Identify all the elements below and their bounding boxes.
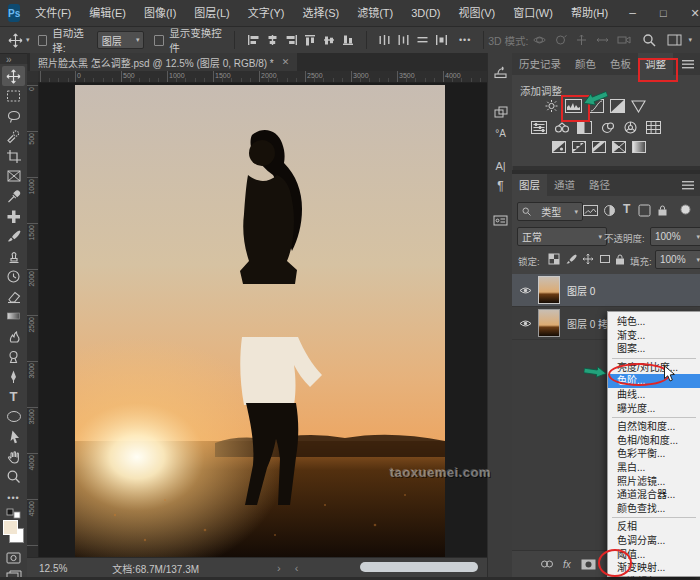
tab-close-icon[interactable]: ✕ — [282, 57, 290, 67]
menu-item-color-lookup[interactable]: 颜色查找... — [608, 502, 700, 516]
visibility-eye-icon[interactable] — [512, 319, 538, 328]
tool-lasso[interactable] — [0, 106, 27, 126]
lock-transparency-icon[interactable] — [548, 253, 560, 265]
menu-item-photo-filter[interactable]: 照片滤镜... — [608, 475, 700, 489]
tab-adjustments[interactable]: 调整 — [638, 53, 673, 75]
tool-type[interactable]: T — [0, 386, 27, 406]
distribute-center-icon[interactable] — [394, 34, 413, 46]
filter-shape-icon[interactable] — [638, 204, 651, 217]
distribute-gaps-icon[interactable] — [432, 34, 451, 46]
align-h-center-icon[interactable] — [263, 34, 282, 46]
menu-select[interactable]: 选择(S) — [293, 0, 348, 26]
character-panel-icon[interactable]: A| — [488, 156, 513, 176]
menu-item-pattern[interactable]: 图案... — [608, 342, 700, 356]
tool-preset-caret[interactable]: ▾ — [26, 36, 30, 44]
tool-hand[interactable] — [0, 446, 27, 466]
layer-thumbnail[interactable] — [538, 309, 560, 337]
menu-item-gradient-map[interactable]: 渐变映射... — [608, 561, 700, 575]
tool-brush[interactable] — [0, 226, 27, 246]
tool-clone-stamp[interactable] — [0, 246, 27, 266]
menu-item-channel-mixer[interactable]: 通道混合器... — [608, 488, 700, 502]
tool-frame[interactable] — [0, 166, 27, 186]
clone-source-panel-icon[interactable] — [488, 101, 513, 123]
layer-row-0[interactable]: 图层 0 — [512, 274, 700, 307]
menu-file[interactable]: 文件(F) — [26, 0, 80, 26]
menu-item-gradient[interactable]: 渐变... — [608, 329, 700, 343]
auto-select-target-dropdown[interactable]: 图层▾ — [97, 31, 145, 49]
filter-toggle-icon[interactable] — [679, 203, 692, 216]
distribute-right-icon[interactable] — [413, 34, 432, 46]
align-right-icon[interactable] — [282, 34, 301, 46]
menu-3d[interactable]: 3D(D) — [402, 0, 449, 26]
canvas-area[interactable]: 0 500 1000 1500 2000 2500 3000 3500 4000… — [27, 71, 487, 557]
document-tab[interactable]: 照片脸太黑 怎么调整.psd @ 12.5% (图层 0, RGB/8) * ✕ — [30, 53, 297, 71]
tool-quick-selection[interactable] — [0, 126, 27, 146]
panel-menu-icon[interactable] — [676, 53, 700, 75]
invert-icon[interactable] — [550, 140, 567, 154]
layer-thumbnail[interactable] — [538, 276, 560, 304]
gradient-map-icon[interactable] — [610, 140, 627, 154]
align-left-icon[interactable] — [244, 34, 263, 46]
layer-filter-dropdown[interactable]: 类型▾ — [517, 202, 583, 221]
exposure-icon[interactable] — [609, 99, 626, 113]
workspace-caret[interactable]: ▾ — [689, 36, 693, 44]
threshold-icon[interactable] — [590, 140, 607, 154]
posterize-icon[interactable] — [570, 140, 587, 154]
tool-history-brush[interactable] — [0, 266, 27, 286]
tool-crop[interactable] — [0, 146, 27, 166]
menu-item-curves[interactable]: 曲线... — [608, 388, 700, 402]
tab-history[interactable]: 历史记录 — [512, 53, 568, 75]
brightness-contrast-icon[interactable] — [543, 99, 560, 113]
tool-gradient[interactable] — [0, 306, 27, 326]
photo-filter-icon[interactable] — [599, 120, 616, 134]
fill-dropdown[interactable]: 100%▾ — [655, 250, 700, 269]
lock-position-icon[interactable] — [582, 253, 594, 265]
curves-icon[interactable] — [588, 99, 605, 113]
lock-artboard-icon[interactable] — [599, 253, 611, 265]
tool-dodge[interactable] — [0, 346, 27, 366]
tool-eyedropper[interactable] — [0, 186, 27, 206]
horizontal-scrollbar[interactable] — [360, 562, 478, 572]
more-options[interactable]: ••• — [459, 35, 471, 45]
color-lookup-icon[interactable] — [645, 120, 662, 134]
tool-path-select[interactable] — [0, 426, 27, 446]
menu-item-threshold[interactable]: 阈值... — [608, 548, 700, 562]
tool-zoom[interactable] — [0, 466, 27, 486]
lock-pixels-icon[interactable] — [565, 253, 577, 265]
zoom-level[interactable]: 12.5% — [39, 563, 67, 574]
tab-swatches[interactable]: 色板 — [603, 53, 638, 75]
status-chevron-right[interactable]: › — [277, 562, 281, 574]
tab-channels[interactable]: 通道 — [547, 174, 582, 196]
filter-adjustment-icon[interactable] — [603, 204, 616, 217]
filter-smart-object-icon[interactable] — [656, 204, 669, 217]
menu-type[interactable]: 文字(Y) — [239, 0, 294, 26]
menu-item-selective-color[interactable]: 可选颜色... — [608, 575, 700, 580]
menu-help[interactable]: 帮助(H) — [562, 0, 617, 26]
character-styles-panel-icon[interactable]: °A — [488, 124, 513, 144]
tool-move[interactable] — [2, 66, 25, 86]
menu-item-black-white[interactable]: 黑白... — [608, 461, 700, 475]
tool-smudge[interactable] — [0, 326, 27, 346]
menu-item-levels[interactable]: 色阶... — [608, 374, 700, 388]
tool-eraser[interactable] — [0, 286, 27, 306]
filter-type-icon[interactable]: T — [623, 202, 630, 216]
paragraph-panel-icon[interactable]: ¶ — [488, 176, 513, 196]
color-balance-icon[interactable] — [553, 120, 570, 134]
minimize-button[interactable]: – — [617, 6, 648, 20]
quick-mask-icon[interactable] — [0, 548, 27, 568]
background-color-swatch[interactable] — [3, 520, 18, 535]
panel-menu-icon[interactable] — [676, 174, 700, 196]
menu-item-hue-saturation[interactable]: 色相/饱和度... — [608, 434, 700, 448]
channel-mixer-icon[interactable] — [622, 120, 639, 134]
align-bottom-icon[interactable] — [339, 34, 358, 46]
black-white-icon[interactable] — [576, 120, 593, 134]
maximize-button[interactable]: □ — [648, 7, 679, 19]
menu-item-solid-color[interactable]: 纯色... — [608, 315, 700, 329]
tab-layers[interactable]: 图层 — [512, 174, 547, 196]
timeline-panel-icon[interactable] — [488, 210, 513, 232]
tool-spot-healing[interactable] — [0, 206, 27, 226]
workspace-icon[interactable] — [663, 34, 686, 46]
tab-color[interactable]: 颜色 — [568, 53, 603, 75]
menu-item-invert[interactable]: 反相 — [608, 520, 700, 534]
tool-pen[interactable] — [0, 366, 27, 386]
